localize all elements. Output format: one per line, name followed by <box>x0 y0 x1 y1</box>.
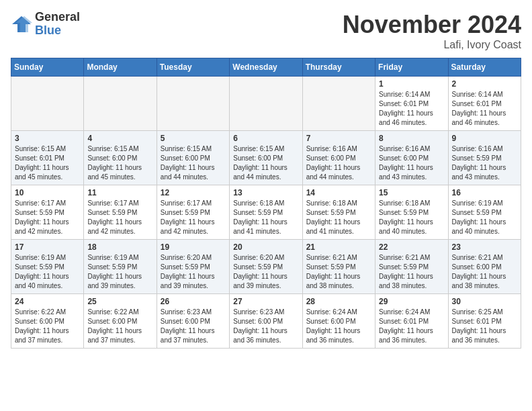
calendar-cell: 7Sunrise: 6:16 AM Sunset: 6:00 PM Daylig… <box>302 131 375 185</box>
calendar-cell: 17Sunrise: 6:19 AM Sunset: 5:59 PM Dayli… <box>11 240 84 294</box>
calendar-week-row: 1Sunrise: 6:14 AM Sunset: 6:01 PM Daylig… <box>11 77 521 131</box>
day-number: 22 <box>379 242 444 252</box>
day-details: Sunrise: 6:19 AM Sunset: 5:59 PM Dayligh… <box>15 253 80 291</box>
calendar-cell: 21Sunrise: 6:21 AM Sunset: 5:59 PM Dayli… <box>302 240 375 294</box>
day-number: 19 <box>161 242 226 252</box>
day-details: Sunrise: 6:18 AM Sunset: 5:59 PM Dayligh… <box>306 199 371 236</box>
day-details: Sunrise: 6:15 AM Sunset: 6:00 PM Dayligh… <box>87 144 152 182</box>
day-details: Sunrise: 6:19 AM Sunset: 5:59 PM Dayligh… <box>87 253 152 291</box>
day-number: 11 <box>87 188 152 197</box>
day-number: 21 <box>306 242 371 252</box>
location: Lafi, Ivory Coast <box>343 39 521 51</box>
day-details: Sunrise: 6:15 AM Sunset: 6:00 PM Dayligh… <box>233 144 298 182</box>
day-number: 18 <box>87 242 152 252</box>
day-number: 15 <box>379 188 444 197</box>
day-details: Sunrise: 6:19 AM Sunset: 5:59 PM Dayligh… <box>452 199 517 236</box>
calendar-cell: 9Sunrise: 6:16 AM Sunset: 5:59 PM Daylig… <box>448 131 521 185</box>
calendar-cell: 6Sunrise: 6:15 AM Sunset: 6:00 PM Daylig… <box>230 131 302 185</box>
day-details: Sunrise: 6:16 AM Sunset: 6:00 PM Dayligh… <box>306 144 371 182</box>
day-details: Sunrise: 6:15 AM Sunset: 6:00 PM Dayligh… <box>161 144 226 182</box>
day-number: 14 <box>306 188 371 197</box>
calendar-week-row: 3Sunrise: 6:15 AM Sunset: 6:01 PM Daylig… <box>11 131 521 185</box>
calendar-day-header: Saturday <box>448 58 521 77</box>
day-number: 13 <box>233 188 298 197</box>
logo-icon <box>11 15 32 34</box>
day-number: 17 <box>15 242 80 252</box>
day-details: Sunrise: 6:15 AM Sunset: 6:01 PM Dayligh… <box>15 144 80 182</box>
calendar-day-header: Monday <box>84 58 157 77</box>
day-details: Sunrise: 6:18 AM Sunset: 5:59 PM Dayligh… <box>379 199 444 236</box>
day-number: 16 <box>452 188 517 197</box>
calendar-cell: 26Sunrise: 6:23 AM Sunset: 6:00 PM Dayli… <box>157 294 229 349</box>
day-number: 8 <box>379 134 444 143</box>
day-details: Sunrise: 6:14 AM Sunset: 6:01 PM Dayligh… <box>452 90 517 128</box>
calendar-cell: 3Sunrise: 6:15 AM Sunset: 6:01 PM Daylig… <box>11 131 84 185</box>
day-number: 27 <box>233 297 298 306</box>
calendar-cell: 8Sunrise: 6:16 AM Sunset: 6:00 PM Daylig… <box>375 131 448 185</box>
day-number: 7 <box>306 134 371 143</box>
calendar-cell <box>11 77 84 131</box>
day-details: Sunrise: 6:23 AM Sunset: 6:00 PM Dayligh… <box>161 308 226 345</box>
calendar-cell: 24Sunrise: 6:22 AM Sunset: 6:00 PM Dayli… <box>11 294 84 349</box>
day-details: Sunrise: 6:17 AM Sunset: 5:59 PM Dayligh… <box>87 199 152 236</box>
calendar-week-row: 24Sunrise: 6:22 AM Sunset: 6:00 PM Dayli… <box>11 294 521 349</box>
calendar-table: SundayMondayTuesdayWednesdayThursdayFrid… <box>11 58 521 349</box>
day-details: Sunrise: 6:14 AM Sunset: 6:01 PM Dayligh… <box>379 90 444 128</box>
calendar-cell: 16Sunrise: 6:19 AM Sunset: 5:59 PM Dayli… <box>448 185 521 240</box>
page-header: General Blue November 2024 Lafi, Ivory C… <box>11 11 521 51</box>
month-title: November 2024 <box>343 11 521 39</box>
day-details: Sunrise: 6:20 AM Sunset: 5:59 PM Dayligh… <box>161 253 226 291</box>
calendar-cell: 4Sunrise: 6:15 AM Sunset: 6:00 PM Daylig… <box>84 131 157 185</box>
calendar-cell: 2Sunrise: 6:14 AM Sunset: 6:01 PM Daylig… <box>448 77 521 131</box>
day-number: 1 <box>379 79 444 89</box>
calendar-header-row: SundayMondayTuesdayWednesdayThursdayFrid… <box>11 58 521 77</box>
title-block: November 2024 Lafi, Ivory Coast <box>343 11 521 51</box>
day-number: 25 <box>87 297 152 306</box>
day-details: Sunrise: 6:22 AM Sunset: 6:00 PM Dayligh… <box>87 308 152 345</box>
calendar-cell: 15Sunrise: 6:18 AM Sunset: 5:59 PM Dayli… <box>375 185 448 240</box>
calendar-day-header: Sunday <box>11 58 84 77</box>
day-number: 29 <box>379 297 444 306</box>
day-details: Sunrise: 6:22 AM Sunset: 6:00 PM Dayligh… <box>15 308 80 345</box>
calendar-cell: 29Sunrise: 6:24 AM Sunset: 6:01 PM Dayli… <box>375 294 448 349</box>
day-details: Sunrise: 6:24 AM Sunset: 6:01 PM Dayligh… <box>379 308 444 345</box>
day-number: 12 <box>161 188 226 197</box>
calendar-week-row: 17Sunrise: 6:19 AM Sunset: 5:59 PM Dayli… <box>11 240 521 294</box>
day-number: 2 <box>452 79 517 89</box>
calendar-cell: 1Sunrise: 6:14 AM Sunset: 6:01 PM Daylig… <box>375 77 448 131</box>
day-details: Sunrise: 6:21 AM Sunset: 6:00 PM Dayligh… <box>452 253 517 291</box>
day-number: 23 <box>452 242 517 252</box>
calendar-cell: 20Sunrise: 6:20 AM Sunset: 5:59 PM Dayli… <box>230 240 302 294</box>
day-number: 30 <box>452 297 517 306</box>
day-number: 28 <box>306 297 371 306</box>
day-number: 3 <box>15 134 80 143</box>
calendar-cell: 25Sunrise: 6:22 AM Sunset: 6:00 PM Dayli… <box>84 294 157 349</box>
calendar-cell <box>84 77 157 131</box>
day-number: 4 <box>87 134 152 143</box>
calendar-cell: 14Sunrise: 6:18 AM Sunset: 5:59 PM Dayli… <box>302 185 375 240</box>
calendar-day-header: Thursday <box>302 58 375 77</box>
day-details: Sunrise: 6:17 AM Sunset: 5:59 PM Dayligh… <box>161 199 226 236</box>
day-details: Sunrise: 6:24 AM Sunset: 6:00 PM Dayligh… <box>306 308 371 345</box>
day-number: 24 <box>15 297 80 306</box>
calendar-cell <box>230 77 302 131</box>
calendar-cell: 10Sunrise: 6:17 AM Sunset: 5:59 PM Dayli… <box>11 185 84 240</box>
calendar-cell: 28Sunrise: 6:24 AM Sunset: 6:00 PM Dayli… <box>302 294 375 349</box>
logo-general: General <box>35 11 80 24</box>
day-details: Sunrise: 6:23 AM Sunset: 6:00 PM Dayligh… <box>233 308 298 345</box>
calendar-cell: 22Sunrise: 6:21 AM Sunset: 5:59 PM Dayli… <box>375 240 448 294</box>
calendar-cell <box>302 77 375 131</box>
day-details: Sunrise: 6:21 AM Sunset: 5:59 PM Dayligh… <box>379 253 444 291</box>
day-number: 20 <box>233 242 298 252</box>
day-details: Sunrise: 6:20 AM Sunset: 5:59 PM Dayligh… <box>233 253 298 291</box>
calendar-cell: 19Sunrise: 6:20 AM Sunset: 5:59 PM Dayli… <box>157 240 229 294</box>
day-number: 10 <box>15 188 80 197</box>
calendar-day-header: Tuesday <box>157 58 229 77</box>
day-number: 6 <box>233 134 298 143</box>
day-details: Sunrise: 6:18 AM Sunset: 5:59 PM Dayligh… <box>233 199 298 236</box>
day-number: 9 <box>452 134 517 143</box>
calendar-cell <box>157 77 229 131</box>
calendar-day-header: Friday <box>375 58 448 77</box>
day-number: 5 <box>161 134 226 143</box>
calendar-cell: 12Sunrise: 6:17 AM Sunset: 5:59 PM Dayli… <box>157 185 229 240</box>
